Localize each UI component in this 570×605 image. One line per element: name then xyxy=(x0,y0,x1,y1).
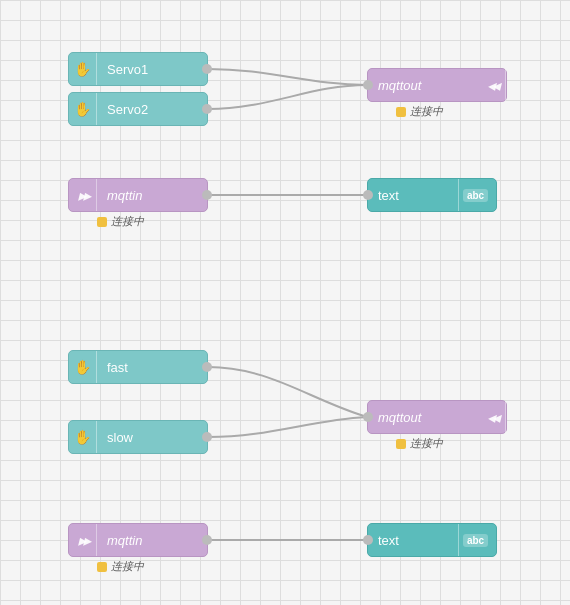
hand-icon-3: ✋ xyxy=(69,351,97,383)
hand-icon-2: ✋ xyxy=(69,93,97,125)
servo1-output-port xyxy=(202,64,212,74)
text1-input-port xyxy=(363,190,373,200)
mqttout1-status: 连接中 xyxy=(396,104,443,119)
text2-label: text xyxy=(368,533,458,548)
mqttout2-status-dot xyxy=(396,439,406,449)
slow-output-port xyxy=(202,432,212,442)
hand-icon: ✋ xyxy=(69,53,97,85)
slow-node[interactable]: ✋ slow xyxy=(68,420,208,454)
hand-icon-4: ✋ xyxy=(69,421,97,453)
fast-label: fast xyxy=(97,360,207,375)
mqttin2-label: mqttin xyxy=(97,533,207,548)
text1-label: text xyxy=(368,188,458,203)
servo1-node[interactable]: ✋ Servo1 xyxy=(68,52,208,86)
abc-icon-1: abc xyxy=(458,179,496,211)
abc-icon-2: abc xyxy=(458,524,496,556)
abc-badge-1: abc xyxy=(463,189,488,202)
mqttin2-status: 连接中 xyxy=(97,559,144,574)
mqttout1-status-dot xyxy=(396,107,406,117)
mqttin1-node[interactable]: ▸▸ mqttin 连接中 xyxy=(68,178,208,212)
mqttin2-status-dot xyxy=(97,562,107,572)
mqttin1-status: 连接中 xyxy=(97,214,144,229)
mqttin2-node[interactable]: ▸▸ mqttin 连接中 xyxy=(68,523,208,557)
mqttin1-status-dot xyxy=(97,217,107,227)
servo1-label: Servo1 xyxy=(97,62,207,77)
fast-output-port xyxy=(202,362,212,372)
servo2-output-port xyxy=(202,104,212,114)
mqttout2-label: mqttout xyxy=(368,410,478,425)
fast-node[interactable]: ✋ fast xyxy=(68,350,208,384)
text2-input-port xyxy=(363,535,373,545)
mqttout1-input-port xyxy=(363,80,373,90)
mqttout2-node[interactable]: mqttout ◂◂ 连接中 xyxy=(367,400,507,434)
mqttout2-input-port xyxy=(363,412,373,422)
mqttout1-label: mqttout xyxy=(368,78,478,93)
text2-node[interactable]: text abc xyxy=(367,523,497,557)
mqttout1-node[interactable]: mqttout ◂◂ 连接中 xyxy=(367,68,507,102)
slow-label: slow xyxy=(97,430,207,445)
text1-node[interactable]: text abc xyxy=(367,178,497,212)
servo2-label: Servo2 xyxy=(97,102,207,117)
wave-icon-3: ◂◂ xyxy=(478,401,506,433)
mqttin1-label: mqttin xyxy=(97,188,207,203)
servo2-node[interactable]: ✋ Servo2 xyxy=(68,92,208,126)
mqttin1-output-port xyxy=(202,190,212,200)
mqttin2-output-port xyxy=(202,535,212,545)
mqttout2-status: 连接中 xyxy=(396,436,443,451)
wave-icon-2: ▸▸ xyxy=(69,179,97,211)
abc-badge-2: abc xyxy=(463,534,488,547)
wave-icon-1: ◂◂ xyxy=(478,69,506,101)
wave-icon-4: ▸▸ xyxy=(69,524,97,556)
